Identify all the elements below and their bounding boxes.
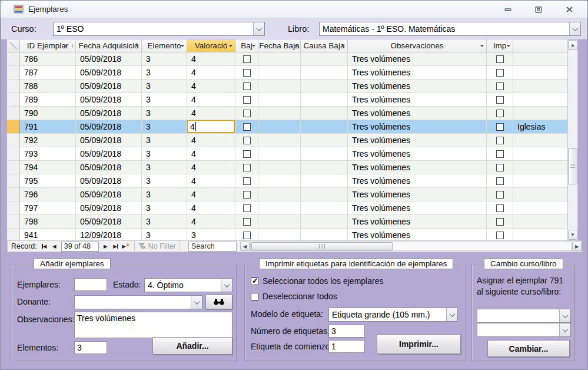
cell-obs[interactable]: Tres volúmenes: [348, 80, 487, 93]
checkbox-unchecked-icon[interactable]: [496, 150, 504, 158]
cell-extra[interactable]: [513, 161, 567, 174]
cell-elem[interactable]: 3: [142, 52, 187, 66]
table-row-795[interactable]: 79505/09/201834Tres volúmenes: [7, 174, 567, 188]
cell-causa[interactable]: [301, 174, 348, 188]
cell-elem[interactable]: 3: [142, 161, 187, 174]
chevron-down-icon[interactable]: [221, 279, 232, 292]
estado-combobox[interactable]: 4. Óptimo: [144, 278, 232, 292]
cell-fecha[interactable]: 05/09/2018: [76, 215, 142, 229]
cell-val[interactable]: 4: [187, 52, 235, 66]
chevron-down-icon[interactable]: [559, 309, 570, 322]
table-row-798[interactable]: 79805/09/201834Tres volúmenes: [7, 215, 567, 229]
cell-causa[interactable]: [301, 161, 348, 174]
chevron-down-icon[interactable]: [191, 296, 202, 309]
checkbox-unchecked-icon[interactable]: [496, 164, 504, 171]
cell-elem[interactable]: 3: [142, 229, 187, 240]
previous-record-button[interactable]: ◀: [49, 242, 59, 251]
cell-id[interactable]: 792: [20, 134, 76, 147]
column-header-id[interactable]: ID Ejemplar↑: [20, 39, 76, 52]
row-selector[interactable]: [7, 66, 20, 80]
column-header-fecha[interactable]: Fecha Adquisició: [76, 39, 142, 52]
checkbox-unchecked-icon[interactable]: [496, 177, 504, 185]
column-header-baja[interactable]: Baj: [235, 39, 258, 52]
cell-causa[interactable]: [301, 93, 348, 107]
cell-obs[interactable]: Tres volúmenes: [348, 52, 487, 66]
cell-baja[interactable]: [235, 147, 258, 161]
cell-fbaja[interactable]: [258, 93, 301, 107]
cell-extra[interactable]: [513, 188, 567, 201]
scroll-down-icon[interactable]: ▼: [568, 230, 577, 240]
cell-val[interactable]: 4: [187, 107, 235, 120]
cell-val[interactable]: 4: [187, 120, 235, 134]
checkbox-unchecked-icon[interactable]: [496, 82, 504, 90]
cell-extra[interactable]: Iglesias: [513, 120, 567, 134]
checkbox-unchecked-icon[interactable]: [243, 232, 251, 239]
cell-causa[interactable]: [301, 201, 348, 215]
cell-id[interactable]: 794: [20, 161, 76, 174]
column-header-val[interactable]: Valoració: [187, 39, 235, 52]
cell-obs[interactable]: Tres volúmenes: [348, 147, 487, 161]
filter-dropdown-icon[interactable]: [341, 45, 345, 49]
cell-val[interactable]: 4: [187, 80, 235, 93]
cell-causa[interactable]: [301, 107, 348, 120]
new-record-button[interactable]: ▶*: [121, 242, 131, 251]
cell-id[interactable]: 798: [20, 215, 76, 229]
cell-elem[interactable]: 3: [142, 80, 187, 93]
cell-fbaja[interactable]: [258, 52, 301, 66]
cell-baja[interactable]: [235, 188, 258, 201]
table-row-788[interactable]: 78805/09/201834Tres volúmenes: [7, 80, 567, 93]
cell-fecha[interactable]: 12/09/2018: [76, 229, 142, 240]
cell-fecha[interactable]: 05/09/2018: [76, 120, 142, 134]
last-record-button[interactable]: ▶: [111, 242, 121, 251]
filter-dropdown-icon[interactable]: [229, 45, 232, 49]
cell-extra[interactable]: [513, 107, 567, 120]
cell-fbaja[interactable]: [258, 107, 301, 120]
cell-fecha[interactable]: 05/09/2018: [76, 107, 142, 120]
cell-val[interactable]: 4: [187, 201, 235, 215]
cell-fecha[interactable]: 05/09/2018: [76, 80, 142, 93]
cell-obs[interactable]: Tres volúmenes: [348, 134, 487, 147]
cell-id[interactable]: 789: [20, 93, 76, 107]
checkbox-unchecked-icon[interactable]: [243, 82, 251, 90]
checkbox-unchecked-icon[interactable]: [243, 204, 251, 212]
table-row-790[interactable]: 79005/09/201834Tres volúmenes: [7, 107, 567, 120]
cell-id[interactable]: 797: [20, 201, 76, 215]
ejemplares-input[interactable]: [74, 278, 107, 291]
cell-id[interactable]: 941: [20, 229, 76, 240]
cell-baja[interactable]: [235, 120, 258, 134]
row-selector[interactable]: [7, 229, 20, 240]
cell-fecha[interactable]: 05/09/2018: [76, 147, 142, 161]
cell-obs[interactable]: Tres volúmenes: [348, 120, 487, 134]
cell-elem[interactable]: 3: [142, 107, 187, 120]
column-header-causa[interactable]: Causa Baja: [301, 39, 348, 52]
cell-causa[interactable]: [301, 147, 348, 161]
cell-fecha[interactable]: 05/09/2018: [76, 161, 142, 174]
numero-input[interactable]: [328, 325, 365, 338]
chevron-down-icon[interactable]: [569, 22, 580, 35]
cell-fbaja[interactable]: [258, 66, 301, 80]
row-selector[interactable]: [7, 80, 20, 93]
cell-id[interactable]: 788: [20, 80, 76, 93]
row-selector[interactable]: [7, 161, 20, 174]
checkbox-unchecked-icon[interactable]: [243, 164, 251, 171]
cell-fecha[interactable]: 05/09/2018: [76, 93, 142, 107]
checkbox-unchecked-icon[interactable]: [496, 55, 504, 63]
checkbox-unchecked-icon[interactable]: [243, 218, 251, 226]
column-header-fbaja[interactable]: Fecha Baja: [258, 39, 301, 52]
row-selector[interactable]: [7, 93, 20, 107]
new-libro-combobox[interactable]: [477, 323, 571, 337]
row-selector[interactable]: [7, 201, 20, 215]
row-selector[interactable]: [7, 147, 20, 161]
curso-combobox[interactable]: 1º ESO: [53, 22, 265, 36]
chevron-down-icon[interactable]: [253, 22, 264, 35]
cell-imp[interactable]: [487, 134, 513, 147]
checkbox-unchecked-icon[interactable]: [496, 123, 504, 131]
horizontal-scrollbar[interactable]: ◀ ▶: [240, 241, 582, 252]
cell-obs[interactable]: Tres volúmenes: [348, 66, 487, 80]
current-row-selector[interactable]: [7, 120, 20, 134]
cell-fbaja[interactable]: [258, 161, 301, 174]
vertical-scrollbar[interactable]: ▲ ▼: [567, 39, 578, 240]
checkbox-unchecked-icon[interactable]: [496, 69, 504, 77]
cell-id[interactable]: 793: [20, 147, 76, 161]
filter-dropdown-icon[interactable]: [480, 45, 484, 49]
